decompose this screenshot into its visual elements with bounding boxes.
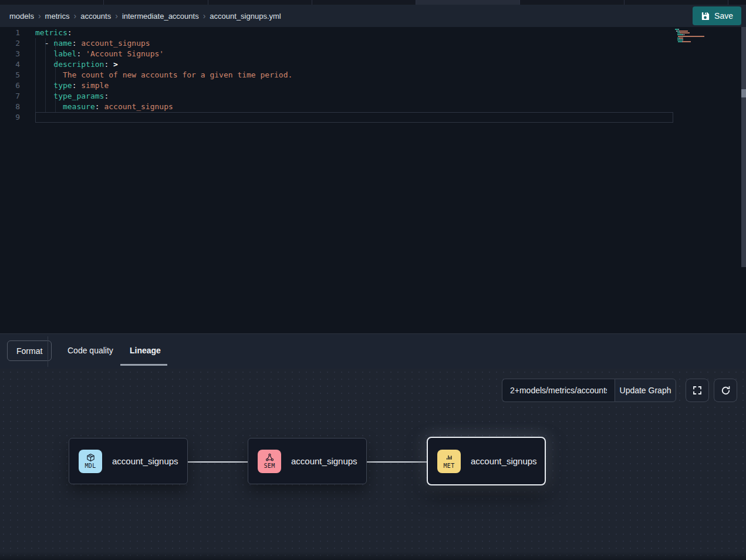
minimap-line: [675, 34, 740, 35]
code-line[interactable]: 4 description: >: [0, 59, 741, 70]
minimap-line: [675, 41, 740, 42]
scrollbar-thumb[interactable]: [741, 89, 746, 97]
lineage-canvas[interactable]: Update Graph: [0, 369, 746, 560]
file-tab[interactable]: [416, 0, 520, 5]
line-number: 5: [0, 70, 20, 80]
graph-selector-group: Update Graph: [502, 379, 676, 402]
network-icon: [265, 453, 274, 462]
lineage-edge: [188, 461, 248, 463]
fullscreen-button[interactable]: [686, 379, 709, 402]
update-graph-button[interactable]: Update Graph: [615, 379, 676, 402]
node-label: account_signups: [112, 456, 178, 466]
minimap-line: [675, 38, 740, 39]
file-tab-strip[interactable]: [0, 0, 746, 5]
lineage-node-model[interactable]: MDL account_signups: [69, 438, 188, 484]
code-text: metrics:: [20, 28, 72, 38]
lineage-node-metric[interactable]: MET account_signups: [427, 437, 546, 485]
active-line-highlight: [35, 112, 673, 123]
breadcrumb-separator-icon: ›: [203, 12, 206, 20]
code-text: label: 'Account Signups': [20, 49, 164, 59]
cube-icon: [86, 453, 95, 462]
node-label: account_signups: [471, 456, 537, 466]
save-button[interactable]: Save: [693, 6, 741, 25]
save-button-label: Save: [714, 11, 733, 21]
breadcrumb: models›metrics›accounts›intermediate_acc…: [9, 12, 281, 21]
file-tab[interactable]: [312, 0, 416, 5]
line-number: 4: [0, 59, 20, 70]
metric-badge: MET: [437, 450, 461, 473]
panel-divider: [48, 336, 48, 367]
refresh-icon: [721, 386, 731, 396]
breadcrumb-item[interactable]: intermediate_accounts: [122, 12, 199, 21]
semantic-model-badge: SEM: [258, 450, 281, 473]
lineage-node-semantic-model[interactable]: SEM account_signups: [248, 438, 367, 484]
node-badge-label: SEM: [264, 463, 275, 469]
minimap-line: [675, 31, 740, 32]
active-tab-underline: [120, 364, 167, 366]
breadcrumb-separator-icon: ›: [38, 12, 41, 20]
code-lines[interactable]: 1metrics:2 - name: account_signups3 labe…: [0, 28, 741, 123]
file-tab[interactable]: [104, 0, 208, 5]
node-badge-label: MET: [444, 463, 455, 469]
code-editor[interactable]: 1metrics:2 - name: account_signups3 labe…: [0, 27, 741, 333]
file-tab[interactable]: [625, 0, 728, 5]
minimap-line: [675, 29, 740, 30]
breadcrumb-item[interactable]: models: [9, 12, 34, 21]
tab-code-quality[interactable]: Code quality: [67, 334, 113, 367]
minimap-line: [675, 39, 740, 41]
editor-minimap[interactable]: [675, 29, 740, 45]
code-text: measure: account_signups: [20, 102, 173, 112]
code-text: [20, 112, 35, 123]
code-line[interactable]: 8 measure: account_signups: [0, 102, 741, 112]
refresh-button[interactable]: [714, 379, 737, 402]
code-line[interactable]: 3 label: 'Account Signups': [0, 49, 741, 59]
node-label: account_signups: [291, 456, 357, 466]
file-tab[interactable]: [208, 0, 312, 5]
file-tab[interactable]: [0, 0, 104, 5]
bar-chart-icon: [445, 453, 454, 462]
code-line[interactable]: 1metrics:: [0, 28, 741, 38]
model-badge: MDL: [79, 450, 102, 473]
line-number: 9: [0, 112, 20, 123]
code-text: The count of new accounts for a given ti…: [20, 70, 292, 80]
line-number: 7: [0, 91, 20, 102]
bottom-panel: Format Code quality Lineage Update Graph: [0, 333, 746, 560]
breadcrumb-item[interactable]: accounts: [80, 12, 111, 21]
code-text: - name: account_signups: [20, 38, 150, 49]
minimap-line: [675, 32, 740, 33]
breadcrumb-bar: models›metrics›accounts›intermediate_acc…: [0, 5, 746, 27]
minimap-line: [675, 36, 740, 37]
save-icon: [701, 12, 710, 21]
fullscreen-icon: [693, 386, 702, 395]
code-text: type: simple: [20, 80, 109, 91]
code-line[interactable]: 2 - name: account_signups: [0, 38, 741, 49]
tab-lineage[interactable]: Lineage: [130, 334, 161, 367]
code-line[interactable]: 7 type_params:: [0, 91, 741, 102]
breadcrumb-item[interactable]: metrics: [45, 12, 70, 21]
lineage-edge: [367, 461, 427, 463]
node-badge-label: MDL: [85, 463, 96, 469]
code-text: type_params:: [20, 91, 109, 102]
line-number: 3: [0, 49, 20, 59]
vertical-scrollbar[interactable]: [741, 27, 746, 267]
graph-selector-input[interactable]: [502, 379, 615, 402]
minimap-line: [675, 43, 740, 44]
code-line[interactable]: 9: [0, 112, 741, 123]
breadcrumb-item[interactable]: account_signups.yml: [210, 12, 281, 21]
code-line[interactable]: 6 type: simple: [0, 80, 741, 91]
format-button[interactable]: Format: [7, 340, 52, 361]
code-line[interactable]: 5 The count of new accounts for a given …: [0, 70, 741, 80]
code-text: description: >: [20, 59, 118, 70]
breadcrumb-separator-icon: ›: [73, 12, 76, 20]
line-number: 2: [0, 38, 20, 49]
file-tab[interactable]: [520, 0, 624, 5]
line-number: 6: [0, 80, 20, 91]
line-number: 1: [0, 28, 20, 38]
line-number: 8: [0, 102, 20, 112]
breadcrumb-separator-icon: ›: [115, 12, 118, 20]
